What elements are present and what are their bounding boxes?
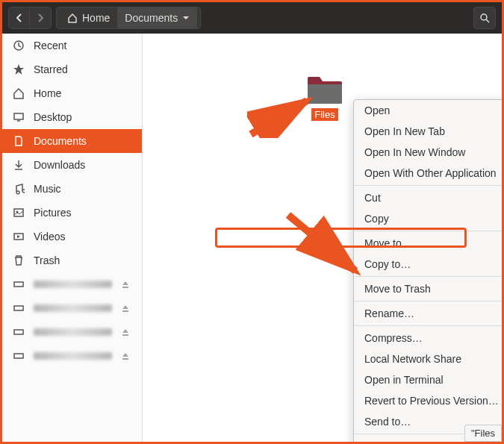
- menu-separator: [354, 325, 504, 326]
- sidebar-item-label: Starred: [34, 63, 131, 75]
- svg-rect-8: [14, 330, 23, 334]
- drive-icon: [13, 326, 25, 338]
- content-area[interactable]: Files OpenReturnOpen In New TabCtrl+Retu…: [143, 34, 502, 442]
- sidebar-item-drive[interactable]: [2, 320, 142, 344]
- folder-item[interactable]: Files: [306, 74, 343, 121]
- sidebar-item-videos[interactable]: Videos: [2, 225, 142, 248]
- sidebar-item-starred[interactable]: Starred: [2, 57, 142, 81]
- menu-item-move-to-trash[interactable]: Move to TrashDelete: [354, 278, 504, 299]
- menu-item-label: Rename…: [364, 307, 414, 319]
- videos-icon: [13, 231, 25, 243]
- eject-icon[interactable]: [121, 351, 131, 360]
- drive-icon: [13, 278, 25, 290]
- desktop-icon: [13, 111, 25, 123]
- context-menu: OpenReturnOpen In New TabCtrl+ReturnOpen…: [353, 99, 504, 444]
- sidebar-item-label: Trash: [34, 254, 131, 266]
- menu-item-open-in-terminal[interactable]: Open in Terminal: [354, 369, 504, 390]
- trash-icon: [13, 254, 25, 266]
- toolbar: Home Documents: [2, 2, 502, 34]
- svg-rect-2: [14, 113, 23, 119]
- star-icon: [13, 63, 25, 75]
- menu-item-label: Revert to Previous Version…: [364, 395, 499, 407]
- breadcrumb-home-label: Home: [82, 12, 110, 24]
- sidebar-item-label: Downloads: [34, 159, 131, 171]
- menu-item-label: Move to…: [364, 237, 412, 249]
- eject-icon[interactable]: [121, 328, 131, 337]
- menu-item-local-network-share[interactable]: Local Network Share: [354, 348, 504, 369]
- forward-button[interactable]: [30, 7, 51, 28]
- menu-item-compress[interactable]: Compress…: [354, 328, 504, 348]
- downloads-icon: [13, 159, 25, 171]
- menu-item-open[interactable]: OpenReturn: [354, 100, 504, 121]
- drive-label-blurred: [34, 352, 112, 360]
- sidebar-item-label: Pictures: [34, 207, 131, 219]
- menu-separator: [354, 185, 504, 186]
- eject-icon[interactable]: [121, 304, 131, 313]
- menu-item-move-to[interactable]: Move to…: [354, 233, 504, 254]
- menu-item-label: Open: [364, 104, 390, 116]
- sidebar-item-home[interactable]: Home: [2, 81, 142, 105]
- documents-icon: [13, 135, 25, 147]
- menu-item-label: Local Network Share: [364, 353, 461, 365]
- menu-item-revert-to-previous-version[interactable]: Revert to Previous Version…: [354, 390, 504, 411]
- sidebar-item-label: Videos: [34, 231, 131, 243]
- sidebar-item-recent[interactable]: Recent: [2, 34, 142, 57]
- sidebar-item-documents[interactable]: Documents: [2, 129, 142, 153]
- nav-buttons: [8, 7, 52, 29]
- menu-item-open-in-new-tab[interactable]: Open In New TabCtrl+Return: [354, 121, 504, 142]
- chevron-left-icon: [16, 13, 23, 22]
- sidebar-item-downloads[interactable]: Downloads: [2, 153, 142, 177]
- sidebar-item-label: Desktop: [34, 111, 131, 123]
- sidebar-item-label: Home: [34, 87, 131, 99]
- sidebar-item-label: Music: [34, 183, 131, 195]
- eject-icon[interactable]: [121, 280, 131, 289]
- drive-icon: [13, 350, 25, 362]
- back-button[interactable]: [9, 7, 30, 28]
- menu-item-label: Open In New Window: [364, 146, 465, 158]
- clock-icon: [13, 40, 25, 51]
- menu-item-label: Send to…: [364, 416, 411, 428]
- sidebar-item-pictures[interactable]: Pictures: [2, 201, 142, 225]
- sidebar-item-label: Documents: [34, 135, 131, 147]
- menu-item-copy-to[interactable]: Copy to…: [354, 254, 504, 275]
- menu-separator: [354, 301, 504, 301]
- menu-item-open-with-other-application[interactable]: Open With Other Application: [354, 163, 504, 184]
- folder-icon: [306, 74, 343, 105]
- home-icon: [13, 87, 25, 99]
- chevron-down-icon: [182, 16, 190, 20]
- menu-item-label: Compress…: [364, 332, 423, 344]
- menu-item-label: Cut: [364, 192, 381, 204]
- chevron-right-icon: [37, 13, 44, 22]
- menu-item-open-in-new-window[interactable]: Open In New WindowShift+Return: [354, 142, 504, 163]
- drive-label-blurred: [34, 328, 112, 336]
- menu-item-label: Open With Other Application: [364, 167, 497, 179]
- drive-label-blurred: [34, 281, 112, 288]
- menu-separator: [354, 231, 504, 231]
- sidebar-item-drive[interactable]: [2, 344, 142, 368]
- svg-rect-9: [14, 354, 23, 358]
- search-button[interactable]: [473, 7, 496, 29]
- sidebar-item-desktop[interactable]: Desktop: [2, 105, 142, 129]
- status-bar: "Files: [464, 425, 502, 442]
- menu-item-label: Copy: [364, 213, 389, 225]
- menu-item-cut[interactable]: CutCtrl+X: [354, 187, 504, 208]
- menu-separator: [354, 276, 504, 277]
- sidebar-item-drive[interactable]: [2, 272, 142, 296]
- sidebar: Recent Starred Home Desktop Documents Do…: [2, 34, 143, 442]
- sidebar-item-trash[interactable]: Trash: [2, 248, 142, 272]
- svg-rect-7: [14, 306, 23, 310]
- menu-item-label: Copy to…: [364, 258, 411, 270]
- drive-icon: [13, 302, 25, 314]
- menu-item-label: Open in Terminal: [364, 374, 444, 386]
- sidebar-item-label: Recent: [34, 40, 131, 51]
- breadcrumb-home[interactable]: Home: [60, 7, 117, 28]
- sidebar-item-music[interactable]: Music: [2, 177, 142, 201]
- breadcrumb-documents[interactable]: Documents: [117, 7, 197, 28]
- menu-item-copy[interactable]: CopyCtrl+C: [354, 208, 504, 229]
- svg-rect-6: [14, 282, 23, 287]
- sidebar-item-drive[interactable]: [2, 296, 142, 320]
- music-icon: [13, 183, 25, 195]
- menu-item-rename[interactable]: Rename…F2: [354, 303, 504, 324]
- drive-label-blurred: [34, 304, 112, 312]
- folder-label: Files: [311, 108, 337, 121]
